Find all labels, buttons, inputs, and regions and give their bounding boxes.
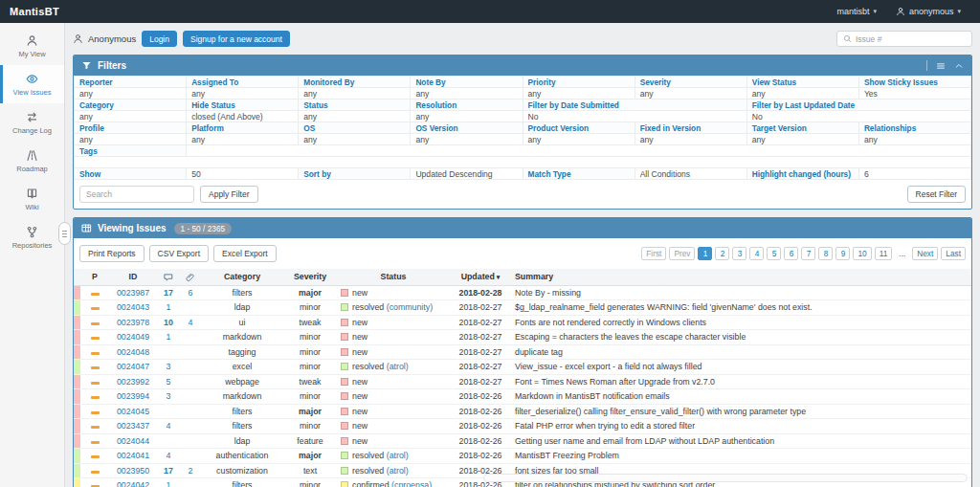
issue-summary[interactable]: Note By - missing: [511, 285, 971, 300]
filter-field-value[interactable]: any: [75, 88, 187, 100]
notes-count-link[interactable]: 1: [167, 332, 171, 342]
issue-id-link[interactable]: 0023978: [117, 318, 149, 327]
issue-id-link[interactable]: 0023994: [117, 391, 149, 401]
filter-field-value[interactable]: any: [411, 111, 523, 122]
filter-field-label[interactable]: Monitored By: [299, 77, 411, 88]
filter-field-value[interactable]: any: [523, 134, 635, 145]
filter-field-label[interactable]: Show Sticky Issues: [858, 77, 970, 88]
column-header-status[interactable]: Status: [337, 269, 450, 285]
filter-field-value[interactable]: any: [635, 134, 746, 145]
column-header-id[interactable]: ID: [109, 269, 157, 285]
column-header-updated[interactable]: Updated▾: [450, 269, 511, 285]
reset-filter-button[interactable]: Reset Filter: [907, 186, 966, 203]
filter-field-value[interactable]: All Conditions: [635, 168, 746, 180]
issue-id-link[interactable]: 0023992: [117, 377, 149, 387]
page-next[interactable]: Next: [912, 247, 938, 260]
attachment-count-link[interactable]: 4: [189, 318, 193, 327]
page-4[interactable]: 4: [749, 247, 764, 260]
page-prev[interactable]: Prev: [669, 247, 695, 260]
notes-count-link[interactable]: 4: [167, 421, 171, 431]
issue-id-link[interactable]: 0023437: [117, 421, 149, 431]
issue-summary[interactable]: filter_deserialize() calling filter_ensu…: [511, 404, 971, 419]
issue-id-link[interactable]: 0023987: [117, 288, 149, 298]
handler-link[interactable]: (community): [387, 302, 433, 312]
menu-icon[interactable]: [936, 61, 946, 71]
issue-id-link[interactable]: 0024042: [117, 480, 149, 487]
excel-export-button[interactable]: Excel Export: [213, 245, 277, 262]
sidebar-item-roadmap[interactable]: Roadmap: [0, 142, 64, 180]
issue-summary[interactable]: MantisBT Freezing Problem: [511, 449, 971, 464]
apply-filter-button[interactable]: Apply Filter: [200, 186, 258, 203]
filter-field-value[interactable]: any: [746, 88, 858, 100]
issue-number-input[interactable]: [856, 34, 966, 44]
filter-field-value[interactable]: any: [299, 111, 411, 122]
page-last[interactable]: Last: [941, 247, 966, 260]
column-header-severity[interactable]: Severity: [283, 269, 337, 285]
sidebar-item-repositories[interactable]: Repositories: [0, 218, 64, 256]
notes-count-link[interactable]: 1: [167, 480, 171, 487]
filter-field-label[interactable]: Reporter: [75, 77, 187, 88]
issue-id-link[interactable]: 0024043: [117, 302, 149, 312]
handler-link[interactable]: (cproensa): [391, 480, 432, 487]
filter-field-label[interactable]: Filter by Last Updated Date: [746, 100, 970, 111]
issue-id-link[interactable]: 0024048: [117, 347, 149, 357]
handler-link[interactable]: (atrol): [387, 451, 409, 460]
filter-field-value[interactable]: any: [187, 88, 299, 100]
issue-summary[interactable]: Markdown in MantisBT notification emails: [511, 389, 971, 405]
filter-field-label[interactable]: Relationships: [858, 122, 970, 134]
page-5[interactable]: 5: [767, 247, 781, 260]
filter-field-value[interactable]: any: [75, 111, 187, 122]
column-header-p[interactable]: P: [80, 269, 109, 285]
filter-field-value[interactable]: any: [411, 88, 523, 100]
issue-summary[interactable]: Escaping = characters the leaves the esc…: [511, 330, 971, 345]
filter-field-value[interactable]: any: [746, 134, 858, 145]
column-header-comment-icon[interactable]: [157, 269, 180, 285]
issue-summary[interactable]: Fonts are not rendered correctly in Wind…: [511, 315, 971, 330]
filter-field-value[interactable]: 6: [858, 168, 970, 180]
page-6[interactable]: 6: [784, 247, 798, 260]
filter-field-label[interactable]: OS Version: [411, 122, 523, 134]
filter-field-value[interactable]: Updated Descending: [411, 168, 523, 180]
filter-field-label[interactable]: Tags: [75, 145, 187, 157]
filter-field-value[interactable]: any: [635, 88, 746, 100]
issue-id-link[interactable]: 0023950: [117, 466, 149, 476]
column-header-summary[interactable]: Summary: [511, 269, 971, 285]
filter-field-value[interactable]: any: [411, 134, 523, 145]
notes-count-link[interactable]: 17: [164, 288, 173, 298]
notes-count-link[interactable]: 5: [167, 377, 171, 387]
handler-link[interactable]: (atrol): [387, 466, 409, 476]
issue-summary[interactable]: Getting user name and email from LDAP wi…: [511, 433, 971, 449]
filter-field-value[interactable]: 50: [187, 168, 299, 180]
filter-field-value[interactable]: any: [75, 134, 187, 145]
signup-button[interactable]: Signup for a new account: [183, 31, 290, 47]
sidebar-item-change-log[interactable]: Change Log: [0, 103, 64, 142]
filter-field-value[interactable]: any: [299, 88, 411, 100]
handler-link[interactable]: (atrol): [387, 362, 409, 371]
filter-field-label[interactable]: Status: [299, 100, 411, 111]
project-selector[interactable]: mantisbt ▾: [827, 0, 886, 23]
filter-field-label[interactable]: Hide Status: [187, 100, 299, 111]
sidebar-collapse-toggle[interactable]: [58, 222, 71, 245]
issue-id-link[interactable]: 0024044: [117, 436, 149, 446]
filter-field-value[interactable]: any: [523, 88, 635, 100]
filter-field-value[interactable]: any: [187, 134, 299, 145]
issue-id-link[interactable]: 0024049: [117, 332, 149, 342]
sidebar-item-view-issues[interactable]: View Issues: [0, 65, 64, 103]
column-header-category[interactable]: Category: [201, 269, 283, 285]
filter-field-label[interactable]: View Status: [746, 77, 858, 88]
page-10[interactable]: 10: [853, 247, 871, 260]
issue-summary[interactable]: Font = Times News Roman after Upgrade fr…: [511, 374, 971, 389]
filter-field-label[interactable]: Profile: [75, 122, 187, 134]
notes-count-link[interactable]: 1: [167, 302, 171, 312]
page-9[interactable]: 9: [835, 247, 850, 260]
collapse-panel-icon[interactable]: [954, 61, 964, 71]
filter-search-input[interactable]: [79, 186, 194, 203]
user-menu[interactable]: anonymous ▾: [886, 0, 970, 23]
page-2[interactable]: 2: [715, 247, 729, 260]
issue-id-link[interactable]: 0024045: [117, 407, 149, 416]
filter-field-label[interactable]: Note By: [411, 77, 523, 88]
filter-field-label[interactable]: Target Version: [746, 122, 858, 134]
filter-field-label[interactable]: Resolution: [411, 100, 523, 111]
login-button[interactable]: Login: [142, 31, 177, 47]
filter-field-value[interactable]: any: [858, 134, 970, 145]
